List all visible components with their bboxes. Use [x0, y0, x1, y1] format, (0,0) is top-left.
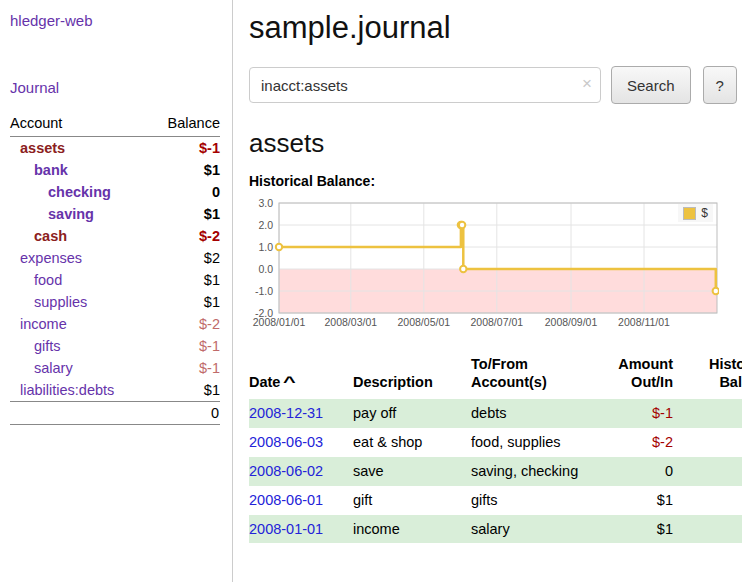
account-row-expenses: expenses $2 [10, 247, 220, 269]
register-table: Date^ Description To/From Account(s) Amo… [249, 353, 742, 543]
register-row: 2008-06-03 eat & shop food, supplies $-2… [249, 428, 742, 457]
account-link-food[interactable]: food [34, 272, 62, 288]
sort-ascending-icon: ^ [283, 373, 296, 391]
svg-text:2008/03/01: 2008/03/01 [325, 316, 378, 328]
chart-title: Historical Balance: [249, 173, 742, 189]
account-link-liabilities-debts[interactable]: liabilities:debts [20, 382, 114, 398]
svg-text:2008/01/01: 2008/01/01 [253, 316, 306, 328]
account-balance-checking: 0 [150, 181, 220, 203]
account-link-assets[interactable]: assets [20, 140, 65, 156]
register-accounts: saving, checking [471, 457, 593, 486]
register-amount: $-1 [593, 399, 683, 428]
account-row-cash: cash $-2 [10, 225, 220, 247]
account-balance-saving: $1 [150, 203, 220, 225]
svg-text:2008/07/01: 2008/07/01 [471, 316, 524, 328]
account-link-saving[interactable]: saving [48, 206, 94, 222]
register-amount: $1 [593, 486, 683, 515]
register-balance: $2 [683, 486, 742, 515]
register-balance: 0 [683, 428, 742, 457]
register-accounts: food, supplies [471, 428, 593, 457]
clear-search-icon[interactable]: × [582, 75, 592, 92]
account-link-salary[interactable]: salary [34, 360, 73, 376]
chart-legend: $ [678, 204, 713, 222]
register-header-row: Date^ Description To/From Account(s) Amo… [249, 353, 742, 399]
account-link-cash[interactable]: cash [34, 228, 67, 244]
hledger-web-app: hledger-web Journal Account Balance asse… [0, 0, 742, 582]
register-row: 2008-12-31 pay off debts $-1 $-1 [249, 399, 742, 428]
account-link-checking[interactable]: checking [48, 184, 111, 200]
account-row-gifts: gifts $-1 [10, 335, 220, 357]
account-link-bank[interactable]: bank [34, 162, 68, 178]
register-row: 2008-06-02 save saving, checking 0 $2 [249, 457, 742, 486]
register-description: income [353, 515, 471, 544]
search-bar: × Search ? [249, 66, 742, 104]
accounts-header-row: Account Balance [10, 112, 220, 137]
register-accounts: debts [471, 399, 593, 428]
account-balance-cash: $-2 [150, 225, 220, 247]
account-row-income: income $-2 [10, 313, 220, 335]
sidebar-item-journal[interactable]: Journal [10, 79, 220, 96]
svg-text:2.0: 2.0 [258, 219, 273, 231]
account-row-salary: salary $-1 [10, 357, 220, 379]
account-link-expenses[interactable]: expenses [20, 250, 82, 266]
accounts-table: Account Balance assets $-1 bank $1 check… [10, 112, 220, 425]
svg-text:2008/09/01: 2008/09/01 [545, 316, 598, 328]
register-header-description: Description [353, 353, 471, 399]
accounts-total-row: 0 [10, 402, 220, 425]
search-button[interactable]: Search [611, 66, 691, 104]
register-header-accounts: To/From Account(s) [471, 353, 593, 399]
accounts-header-account: Account [10, 112, 150, 137]
account-row-saving: saving $1 [10, 203, 220, 225]
accounts-header-balance: Balance [150, 112, 220, 137]
svg-text:2008/11/01: 2008/11/01 [618, 316, 670, 328]
account-balance-gifts: $-1 [150, 335, 220, 357]
account-link-supplies[interactable]: supplies [34, 294, 87, 310]
search-box: × [249, 67, 601, 103]
register-amount: $1 [593, 515, 683, 544]
legend-label: $ [701, 206, 708, 220]
register-accounts: gifts [471, 486, 593, 515]
register-date-link[interactable]: 2008-06-02 [249, 463, 323, 479]
account-link-gifts[interactable]: gifts [34, 338, 61, 354]
account-heading: assets [249, 128, 742, 159]
register-date-link[interactable]: 2008-06-01 [249, 492, 323, 508]
account-row-food: food $1 [10, 269, 220, 291]
register-header-date[interactable]: Date^ [249, 353, 353, 399]
legend-swatch-icon [683, 207, 696, 220]
account-row-checking: checking 0 [10, 181, 220, 203]
main-content: sample.journal × Search ? assets Histori… [233, 0, 742, 582]
register-date-link[interactable]: 2008-01-01 [249, 521, 323, 537]
account-balance-supplies: $1 [150, 291, 220, 313]
account-row-liabilities-debts: liabilities:debts $1 [10, 379, 220, 402]
search-input[interactable] [249, 67, 601, 103]
account-balance-salary: $-1 [150, 357, 220, 379]
historical-balance-chart: 3.02.01.00.0-1.0-2.02008/01/012008/03/01… [249, 197, 719, 333]
svg-text:0.0: 0.0 [258, 263, 273, 275]
help-button[interactable]: ? [703, 66, 737, 104]
svg-text:-1.0: -1.0 [255, 285, 273, 297]
register-date-link[interactable]: 2008-12-31 [249, 405, 323, 421]
account-balance-liabilities-debts: $1 [150, 379, 220, 402]
account-balance-income: $-2 [150, 313, 220, 335]
account-row-assets: assets $-1 [10, 137, 220, 160]
account-link-income[interactable]: income [20, 316, 67, 332]
register-description: pay off [353, 399, 471, 428]
register-balance: $-1 [683, 399, 742, 428]
register-description: gift [353, 486, 471, 515]
register-date-link[interactable]: 2008-06-03 [249, 434, 323, 450]
register-description: save [353, 457, 471, 486]
account-balance-assets: $-1 [150, 137, 220, 160]
register-description: eat & shop [353, 428, 471, 457]
svg-text:2008/05/01: 2008/05/01 [398, 316, 451, 328]
account-row-supplies: supplies $1 [10, 291, 220, 313]
app-title-link[interactable]: hledger-web [10, 12, 220, 29]
sidebar: hledger-web Journal Account Balance asse… [0, 0, 233, 582]
register-row: 2008-06-01 gift gifts $1 $2 [249, 486, 742, 515]
chart-canvas: 3.02.01.00.0-1.0-2.02008/01/012008/03/01… [249, 197, 719, 333]
register-balance: $1 [683, 515, 742, 544]
register-header-amount: Amount Out/In [593, 353, 683, 399]
register-accounts: salary [471, 515, 593, 544]
register-balance: $2 [683, 457, 742, 486]
register-amount: $-2 [593, 428, 683, 457]
account-balance-expenses: $2 [150, 247, 220, 269]
